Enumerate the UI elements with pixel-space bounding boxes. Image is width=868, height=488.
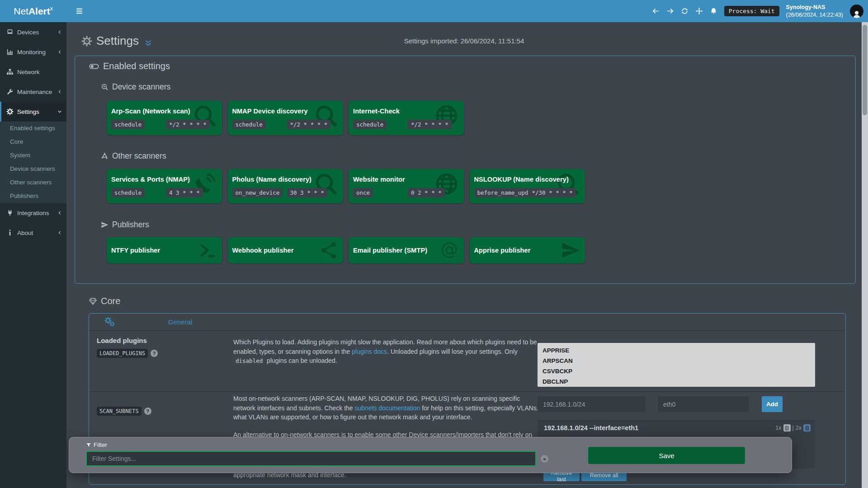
plugin-card-title: Apprise publisher [474, 247, 531, 254]
help-icon[interactable] [144, 408, 151, 415]
laptop-icon [6, 28, 14, 36]
filter-settings-input[interactable] [86, 451, 536, 466]
cron-badge: 30 3 * * * [287, 188, 327, 197]
interface-input[interactable] [658, 396, 749, 412]
plugins-docs-link[interactable]: plugins docs [352, 348, 387, 355]
plugin-card-nslookup-name-discovery[interactable]: NSLOOKUP (Name discovery)before_name_upd… [470, 169, 585, 203]
plugin-card-arp-scan-network-scan[interactable]: Arp-Scan (Network scan)schedule*/2 * * *… [107, 101, 222, 135]
subnets-docs-link[interactable]: subnets documentation [354, 404, 420, 412]
paper-plane-icon [101, 221, 108, 229]
save-button[interactable]: Save [588, 447, 745, 464]
cog-icon [6, 108, 14, 115]
scrollbar-thumb[interactable] [863, 25, 867, 115]
cron-badge: */2 * * * * [287, 120, 331, 129]
sidebar-item-settings[interactable]: Settings [0, 102, 66, 122]
enabled-settings-section: Enabled settings Device scannersArp-Scan… [75, 56, 856, 284]
process-status-badge[interactable]: Process: Wait [724, 6, 779, 16]
plugin-card-title: Pholus (Name discovery) [232, 176, 312, 183]
subnet-list-item[interactable]: 192.168.1.0/24 --interface=eth1 1x 2x [538, 420, 815, 432]
settings-submenu: Enabled settingsCoreSystemDevice scanner… [0, 122, 66, 203]
scan-subnets-description: Most on-network scanners (ARP-SCAN, NMAP… [233, 394, 541, 422]
sidebar-subitem-device-scanners[interactable]: Device scanners [0, 162, 66, 176]
filter-overlay: Filter Save [69, 437, 792, 473]
top-navbar: NetAlertx Process: Wait Synology-NAS (26… [0, 0, 868, 22]
loaded-plugins-row: Loaded plugins LOADED_PLUGINS Which Plug… [89, 330, 845, 392]
plugin-card-apprise-publisher[interactable]: Apprise publisher [470, 237, 585, 263]
avatar[interactable] [850, 5, 863, 18]
plugin-card-webhook-publisher[interactable]: Webhook publisher [228, 237, 343, 263]
sidebar-item-about[interactable]: About [0, 223, 66, 243]
host-timestamp: (26/06/2024, 14:22:43) [786, 11, 844, 19]
duplicate-icon[interactable] [803, 424, 811, 432]
plugin-card-title: Website monitor [353, 176, 405, 183]
sidebar-item-integrations[interactable]: Integrations [0, 203, 66, 223]
trigger-badge: once [353, 188, 373, 197]
separator [793, 425, 794, 431]
sidebar-item-monitoring[interactable]: Monitoring [0, 42, 66, 62]
plugin-card-email-publisher-smtp[interactable]: @Email publisher (SMTP) [349, 237, 464, 263]
app-root: NetAlertx Process: Wait Synology-NAS (26… [0, 0, 868, 488]
scan-subnets-code: SCAN_SUBNETS [97, 407, 142, 416]
sidebar-subitem-system[interactable]: System [0, 149, 66, 162]
forward-icon[interactable] [666, 7, 674, 15]
add-button[interactable]: Add [762, 396, 783, 412]
tab-general[interactable]: General [168, 314, 192, 330]
sidebar-item-devices[interactable]: Devices [0, 22, 66, 42]
sidebar-subitem-enabled-settings[interactable]: Enabled settings [0, 122, 66, 135]
loaded-plugins-label: Loaded plugins [97, 337, 228, 344]
bell-icon[interactable] [710, 7, 717, 15]
help-icon[interactable] [151, 350, 158, 357]
main-content: Settings Settings imported: 26/06/2024, … [66, 22, 868, 488]
cron-badge: 4 3 * * * [166, 188, 203, 197]
sidebar-subitem-publishers[interactable]: Publishers [0, 189, 66, 203]
multiplier-2x-label: 2x [796, 425, 802, 431]
plugin-card-title: Services & Ports (NMAP) [111, 176, 190, 183]
trigger-badge: on_new_device [232, 188, 283, 197]
sidebar: DevicesMonitoringNetworkMaintenanceSetti… [0, 22, 66, 488]
listbox-option-arpscan[interactable]: ARPSCAN [538, 356, 815, 366]
cron-badge: 0 2 * * * [408, 188, 445, 197]
toggle-icon [89, 61, 99, 71]
subnet-input[interactable] [538, 396, 646, 412]
enabled-settings-title: Enabled settings [89, 61, 170, 71]
trigger-badge: schedule [232, 120, 266, 129]
plugin-card-internet-check[interactable]: Internet-Checkschedule*/2 * * * * [349, 101, 464, 135]
recycle-icon [101, 152, 108, 160]
listbox-option-csvbckp[interactable]: CSVBCKP [538, 366, 815, 376]
section-header-other-scanners: Other scanners [101, 151, 166, 161]
sidebar-subitem-core[interactable]: Core [0, 135, 66, 149]
vertical-scrollbar[interactable] [862, 22, 868, 488]
listbox-option-dbclnp[interactable]: DBCLNP [538, 376, 815, 387]
sidebar-item-maintenance[interactable]: Maintenance [0, 82, 66, 102]
plugin-card-website-monitor[interactable]: Website monitoronce0 2 * * * [349, 169, 464, 203]
clear-filter-button[interactable] [541, 455, 548, 463]
trigger-badge: schedule [353, 120, 387, 129]
chevron-left-icon [57, 50, 62, 54]
plugin-card-title: Webhook publisher [232, 247, 294, 254]
sidebar-item-network[interactable]: Network [0, 62, 66, 82]
wrench-icon [6, 88, 14, 95]
sidebar-subitem-other-scanners[interactable]: Other scanners [0, 176, 66, 189]
loaded-plugins-listbox[interactable]: APPRISEARPSCANCSVBCKPDBCLNP [538, 343, 815, 387]
back-icon[interactable] [652, 7, 660, 15]
plugin-card-ntfy-publisher[interactable]: NTFY publisher [107, 237, 222, 263]
gears-icon [104, 316, 117, 328]
cards-row-other-scanners: Services & Ports (NMAP)schedule4 3 * * *… [107, 169, 585, 203]
plugin-card-services-ports-nmap[interactable]: Services & Ports (NMAP)schedule4 3 * * * [107, 169, 222, 203]
user-icon [852, 9, 862, 18]
multiplier-1x-label: 1x [775, 425, 781, 431]
funnel-icon [86, 442, 91, 448]
plugin-card-nmap-device-discovery[interactable]: NMAP Device discoveryschedule*/2 * * * * [228, 101, 343, 135]
search-plus-icon [101, 83, 108, 91]
listbox-option-apprise[interactable]: APPRISE [538, 345, 815, 356]
plugin-card-title: Internet-Check [353, 108, 400, 115]
copy-icon[interactable] [783, 424, 791, 432]
host-info: Synology-NAS (26/06/2024, 14:22:43) [786, 4, 844, 19]
refresh-icon[interactable] [681, 7, 689, 15]
core-section-title: Core [89, 296, 120, 306]
app-logo[interactable]: NetAlertx [0, 0, 66, 22]
menu-icon[interactable] [75, 7, 84, 15]
plugin-card-pholus-name-discovery[interactable]: Pholus (Name discovery)on_new_device30 3… [228, 169, 343, 203]
move-icon[interactable] [695, 7, 703, 15]
chevron-left-icon [57, 230, 62, 235]
